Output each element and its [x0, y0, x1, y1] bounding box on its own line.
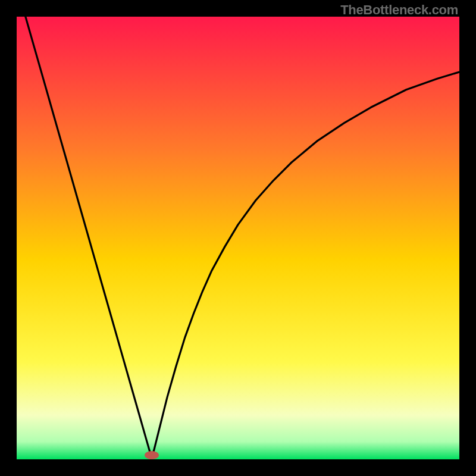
chart-container: TheBottleneck.com — [0, 0, 476, 476]
attribution-text: TheBottleneck.com — [340, 2, 458, 18]
bottleneck-curve — [26, 17, 459, 457]
curve-layer — [17, 17, 459, 459]
plot-area — [17, 17, 459, 459]
optimum-marker — [145, 451, 159, 459]
